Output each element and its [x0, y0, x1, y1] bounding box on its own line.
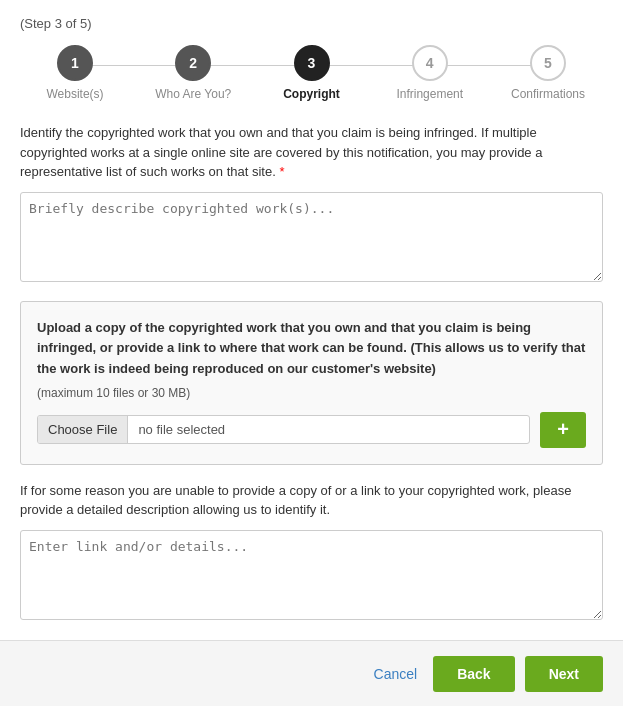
footer-bar: Cancel Back Next	[0, 640, 623, 706]
link-details-textarea[interactable]	[20, 530, 603, 620]
upload-row: Choose File no file selected +	[37, 412, 586, 448]
step-5-label: Confirmations	[511, 87, 585, 101]
step-label: (Step 3 of 5)	[20, 16, 603, 31]
progress-steps: 1 Website(s) 2 Who Are You? 3 Copyright …	[20, 45, 603, 101]
step-1-circle: 1	[57, 45, 93, 81]
next-button[interactable]: Next	[525, 656, 603, 692]
step-4: 4 Infringement	[375, 45, 485, 101]
step-2: 2 Who Are You?	[138, 45, 248, 101]
step-2-label: Who Are You?	[155, 87, 231, 101]
step-2-circle: 2	[175, 45, 211, 81]
step-3-circle: 3	[294, 45, 330, 81]
file-input-wrapper: Choose File no file selected	[37, 415, 530, 444]
step-1: 1 Website(s)	[20, 45, 130, 101]
secondary-description: If for some reason you are unable to pro…	[20, 481, 603, 520]
back-button[interactable]: Back	[433, 656, 514, 692]
plus-icon: +	[557, 418, 569, 441]
add-file-button[interactable]: +	[540, 412, 586, 448]
copyright-work-textarea[interactable]	[20, 192, 603, 282]
step-4-label: Infringement	[396, 87, 463, 101]
upload-box: Upload a copy of the copyrighted work th…	[20, 301, 603, 465]
step-4-circle: 4	[412, 45, 448, 81]
upload-box-text: Upload a copy of the copyrighted work th…	[37, 318, 586, 380]
upload-limit-text: (maximum 10 files or 30 MB)	[37, 386, 586, 400]
no-file-label: no file selected	[128, 416, 235, 443]
step-3: 3 Copyright	[257, 45, 367, 101]
step-3-label: Copyright	[283, 87, 340, 101]
cancel-button[interactable]: Cancel	[374, 666, 418, 682]
step-5-circle: 5	[530, 45, 566, 81]
description-text: Identify the copyrighted work that you o…	[20, 123, 603, 182]
step-1-label: Website(s)	[46, 87, 103, 101]
required-indicator: *	[279, 164, 284, 179]
choose-file-button[interactable]: Choose File	[38, 416, 128, 443]
step-5: 5 Confirmations	[493, 45, 603, 101]
